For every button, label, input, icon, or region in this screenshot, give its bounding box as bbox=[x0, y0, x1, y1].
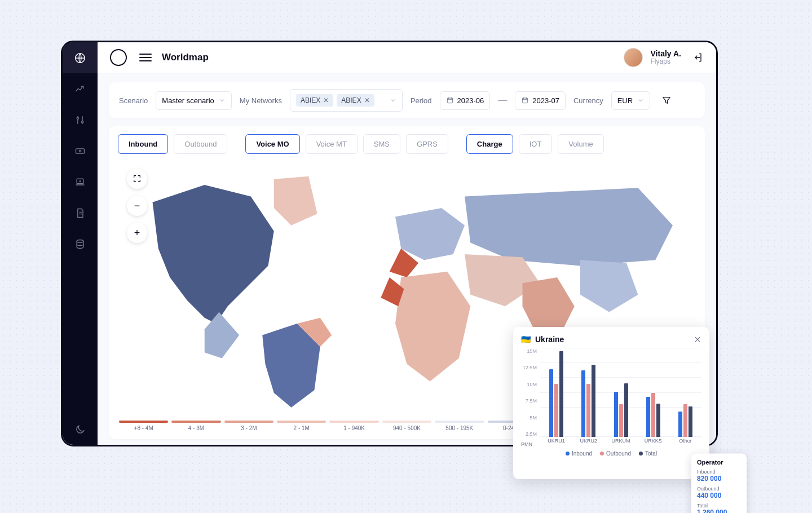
chart-bar-inbound[interactable] bbox=[549, 369, 553, 437]
chart-xaxis: UKRU1UKRU2URKUMURKKSOther bbox=[540, 438, 701, 447]
ytick: 12.5M bbox=[521, 365, 537, 370]
tab-voice-mt[interactable]: Voice MT bbox=[306, 134, 358, 154]
legend-swatch bbox=[382, 421, 431, 423]
tab-charge[interactable]: Charge bbox=[466, 134, 513, 154]
scenario-value: Master scenario bbox=[162, 96, 214, 105]
chevron-down-icon bbox=[637, 97, 644, 104]
tooltip-title: Operator bbox=[697, 459, 741, 466]
nav-theme[interactable] bbox=[63, 414, 98, 445]
nav-worldmap[interactable] bbox=[63, 42, 98, 73]
user-info: Vitaly A. Flyaps bbox=[651, 50, 681, 66]
sidebar bbox=[63, 42, 98, 445]
period-start[interactable]: 2023-06 bbox=[440, 91, 491, 110]
tab-inbound[interactable]: Inbound bbox=[118, 134, 168, 154]
tab-volume[interactable]: Volume bbox=[558, 134, 603, 154]
legend-dot bbox=[600, 452, 604, 455]
chart-bar-outbound[interactable] bbox=[683, 404, 687, 437]
laptop-money-icon bbox=[74, 176, 86, 188]
zoom-out-button[interactable]: − bbox=[127, 196, 147, 216]
tab-voice-mo[interactable]: Voice MO bbox=[245, 134, 299, 154]
flag-icon: 🇺🇦 bbox=[521, 335, 531, 344]
chart-group bbox=[669, 348, 701, 437]
legend-item: 500 - 195K bbox=[435, 421, 484, 431]
chart-bar-outbound[interactable] bbox=[651, 393, 655, 437]
chart-bar-outbound[interactable] bbox=[554, 384, 558, 437]
tab-sms[interactable]: SMS bbox=[363, 134, 400, 154]
chip-remove[interactable]: ✕ bbox=[323, 96, 329, 104]
close-button[interactable] bbox=[694, 335, 701, 343]
scenario-select[interactable]: Master scenario bbox=[156, 91, 231, 110]
legend-item: 4 - 3M bbox=[171, 421, 220, 431]
chip-remove[interactable]: ✕ bbox=[364, 96, 370, 104]
ytick: 10M bbox=[521, 382, 537, 387]
legend-label: 4 - 3M bbox=[188, 425, 204, 431]
chart-plot bbox=[540, 348, 701, 437]
nav-invoice[interactable] bbox=[63, 166, 98, 197]
fullscreen-button[interactable] bbox=[127, 169, 147, 189]
chart-legend-item: Outbound bbox=[600, 450, 631, 457]
calendar-icon bbox=[446, 96, 454, 104]
networks-select[interactable]: ABIEX✕ABIEX✕ bbox=[290, 89, 403, 112]
currency-select[interactable]: EUR bbox=[611, 91, 650, 110]
chart-bar-inbound[interactable] bbox=[678, 412, 682, 437]
calendar-icon bbox=[521, 96, 529, 104]
chart-bar-outbound[interactable] bbox=[586, 384, 590, 437]
nav-analytics[interactable] bbox=[63, 73, 98, 104]
document-icon bbox=[74, 207, 86, 219]
map-controls: − + bbox=[127, 169, 147, 243]
nav-billing[interactable] bbox=[63, 135, 98, 166]
banknote-icon bbox=[74, 145, 86, 157]
legend-item: 2 - 1M bbox=[277, 421, 326, 431]
legend-swatch bbox=[277, 421, 326, 423]
chart-bar-inbound[interactable] bbox=[646, 397, 650, 437]
ytick: 15M bbox=[521, 348, 537, 354]
filter-bar: Scenario Master scenario My Networks ABI… bbox=[109, 82, 705, 118]
chart-bar-outbound[interactable] bbox=[619, 404, 623, 437]
logout-button[interactable] bbox=[692, 52, 704, 63]
tooltip-row: Total1 260 000 bbox=[697, 503, 741, 513]
topbar-right: Vitaly A. Flyaps bbox=[624, 48, 704, 67]
ytick: 2.5M bbox=[521, 431, 537, 437]
chart-group bbox=[637, 348, 669, 437]
legend-label: 500 - 195K bbox=[445, 425, 473, 431]
menu-toggle[interactable] bbox=[139, 51, 152, 64]
svg-rect-3 bbox=[76, 148, 85, 153]
tooltip-label: Inbound bbox=[697, 469, 741, 475]
tooltip-value: 1 260 000 bbox=[697, 508, 741, 513]
chart-group bbox=[572, 348, 604, 437]
nav-database[interactable] bbox=[63, 228, 98, 259]
legend-swatch bbox=[224, 421, 273, 423]
chart-bar-total[interactable] bbox=[559, 351, 563, 437]
ytick: 7.5M bbox=[521, 398, 537, 404]
period-end-value: 2023-07 bbox=[532, 96, 559, 105]
chart-bar-total[interactable] bbox=[624, 383, 628, 437]
legend-dot bbox=[566, 452, 570, 455]
close-icon bbox=[694, 335, 701, 343]
chart-header: 🇺🇦 Ukraine bbox=[521, 335, 701, 344]
avatar[interactable] bbox=[624, 48, 643, 67]
period-end[interactable]: 2023-07 bbox=[515, 91, 566, 110]
tab-outbound[interactable]: Outbound bbox=[174, 134, 227, 154]
tab-iot[interactable]: IOT bbox=[519, 134, 553, 154]
legend-swatch bbox=[329, 421, 378, 423]
nav-settings[interactable] bbox=[63, 104, 98, 135]
tooltip-value: 820 000 bbox=[697, 475, 741, 483]
period-label: Period bbox=[411, 96, 432, 105]
moon-icon bbox=[74, 424, 86, 435]
chart-bar-total[interactable] bbox=[592, 365, 595, 437]
chart-bar-inbound[interactable] bbox=[614, 392, 618, 437]
chart-bar-total[interactable] bbox=[689, 406, 692, 437]
chart-groups bbox=[540, 348, 701, 437]
chart-bar-total[interactable] bbox=[656, 404, 660, 437]
legend-item: 940 - 500K bbox=[382, 421, 431, 431]
chart-bar-inbound[interactable] bbox=[581, 370, 585, 437]
zoom-in-button[interactable]: + bbox=[127, 223, 147, 243]
tab-gprs[interactable]: GPRS bbox=[406, 134, 448, 154]
country-chart-popup: 🇺🇦 Ukraine 2.5M5M7.5M10M12.5M15M UKRU1UK… bbox=[513, 327, 709, 479]
svg-point-1 bbox=[77, 117, 78, 119]
period-dash: — bbox=[498, 95, 507, 105]
tooltip-label: Total bbox=[697, 503, 741, 508]
filter-button[interactable] bbox=[661, 95, 672, 105]
legend-label: 940 - 500K bbox=[393, 425, 421, 431]
nav-docs[interactable] bbox=[63, 197, 98, 228]
